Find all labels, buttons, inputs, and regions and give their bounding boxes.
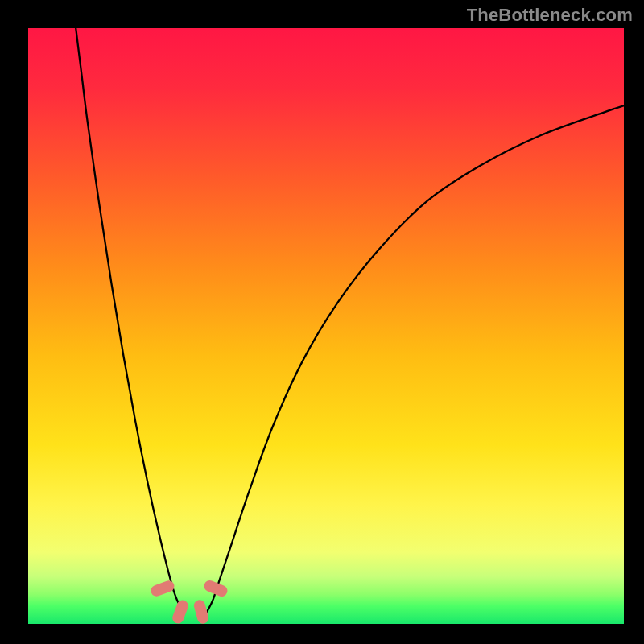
watermark-text: TheBottleneck.com xyxy=(467,5,633,26)
bottleneck-curve xyxy=(28,28,624,624)
curve-right-branch xyxy=(207,105,624,612)
curve-left-branch xyxy=(76,28,183,612)
outer-frame: TheBottleneck.com xyxy=(0,0,644,644)
plot-area xyxy=(28,28,624,624)
